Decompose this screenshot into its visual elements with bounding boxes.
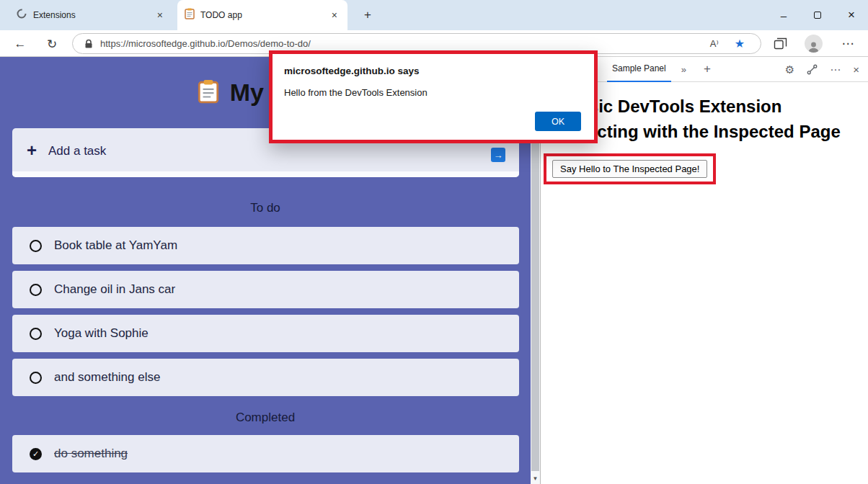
devtools-header-actions: ⚙ ⋯ × bbox=[785, 57, 859, 82]
favorite-star-icon[interactable]: ★ bbox=[735, 37, 745, 50]
tab-todo-app[interactable]: TODO app × bbox=[177, 0, 347, 30]
task-label: Change oil in Jans car bbox=[54, 282, 175, 297]
scrollbar-thumb[interactable] bbox=[531, 97, 539, 471]
task-label: do something bbox=[54, 447, 128, 461]
extensions-favicon-icon bbox=[16, 8, 27, 22]
add-task-underline bbox=[12, 171, 519, 177]
task-row[interactable]: and something else bbox=[12, 359, 519, 396]
gear-icon[interactable]: ⚙ bbox=[785, 63, 794, 76]
say-hello-button[interactable]: Say Hello to The Inspected Page! bbox=[552, 160, 707, 178]
task-checkbox[interactable] bbox=[30, 372, 42, 384]
scrollbar-down-arrow[interactable]: ▼ bbox=[531, 475, 540, 482]
section-title-completed: Completed bbox=[0, 411, 531, 425]
settings-more-icon[interactable]: ⋯ bbox=[838, 33, 858, 53]
add-task-placeholder: Add a task bbox=[48, 144, 106, 158]
more-tabs-chevron-icon[interactable]: » bbox=[681, 64, 686, 75]
devtools-close-icon[interactable]: × bbox=[853, 63, 859, 76]
task-row[interactable]: Yoga with Sophie bbox=[12, 315, 519, 352]
profile-avatar[interactable] bbox=[803, 33, 823, 53]
task-row[interactable]: Change oil in Jans car bbox=[12, 271, 519, 308]
url-text: https://microsoftedge.github.io/Demos/de… bbox=[100, 38, 710, 49]
read-aloud-icon[interactable]: A⁾ bbox=[710, 38, 719, 49]
devtools-connection-icon[interactable] bbox=[807, 64, 818, 75]
lock-icon[interactable] bbox=[84, 39, 93, 49]
red-highlight-box: Say Hello to The Inspected Page! bbox=[544, 153, 716, 184]
section-title-todo: To do bbox=[0, 201, 531, 215]
task-checkbox-checked[interactable]: ✓ bbox=[30, 448, 42, 460]
new-tab-button[interactable]: + bbox=[359, 6, 376, 24]
ok-button[interactable]: OK bbox=[535, 112, 581, 131]
browser-tab-bar: Extensions × TODO app × + – × bbox=[0, 0, 868, 30]
devtools-more-icon[interactable]: ⋯ bbox=[830, 63, 841, 76]
task-row-completed[interactable]: ✓ do something bbox=[12, 435, 519, 472]
minimize-button[interactable]: – bbox=[767, 0, 800, 30]
task-label: Book table at YamYam bbox=[54, 238, 177, 253]
refresh-button[interactable]: ↻ bbox=[42, 34, 62, 54]
task-label: Yoga with Sophie bbox=[54, 326, 149, 341]
clipboard-icon bbox=[198, 79, 219, 107]
alert-dialog-message: Hello from the DevTools Extension bbox=[284, 87, 594, 98]
tab-label: Extensions bbox=[33, 10, 154, 20]
devtools-tab-sample-panel[interactable]: Sample Panel bbox=[607, 57, 671, 82]
avatar-icon bbox=[805, 35, 823, 53]
task-label: and something else bbox=[54, 370, 160, 385]
tab-label: TODO app bbox=[200, 10, 329, 20]
todo-favicon-icon bbox=[185, 8, 195, 22]
collections-icon[interactable] bbox=[770, 33, 790, 53]
close-window-button[interactable]: × bbox=[835, 0, 868, 30]
alert-dialog-title: microsoftedge.github.io says bbox=[284, 66, 594, 76]
maximize-icon bbox=[814, 12, 821, 19]
task-checkbox[interactable] bbox=[30, 240, 42, 252]
back-button[interactable]: ← bbox=[10, 34, 30, 54]
submit-task-button[interactable]: → bbox=[491, 148, 505, 162]
maximize-button[interactable] bbox=[801, 0, 834, 30]
tab-extensions[interactable]: Extensions × bbox=[9, 0, 173, 30]
plus-icon: + bbox=[27, 140, 37, 161]
add-panel-icon[interactable]: + bbox=[704, 62, 711, 76]
alert-dialog: microsoftedge.github.io says Hello from … bbox=[269, 50, 598, 143]
task-checkbox[interactable] bbox=[30, 328, 42, 340]
tab-close-icon[interactable]: × bbox=[329, 9, 340, 21]
tab-close-icon[interactable]: × bbox=[154, 9, 166, 21]
task-row[interactable]: Book table at YamYam bbox=[12, 227, 519, 264]
task-checkbox[interactable] bbox=[30, 284, 42, 296]
